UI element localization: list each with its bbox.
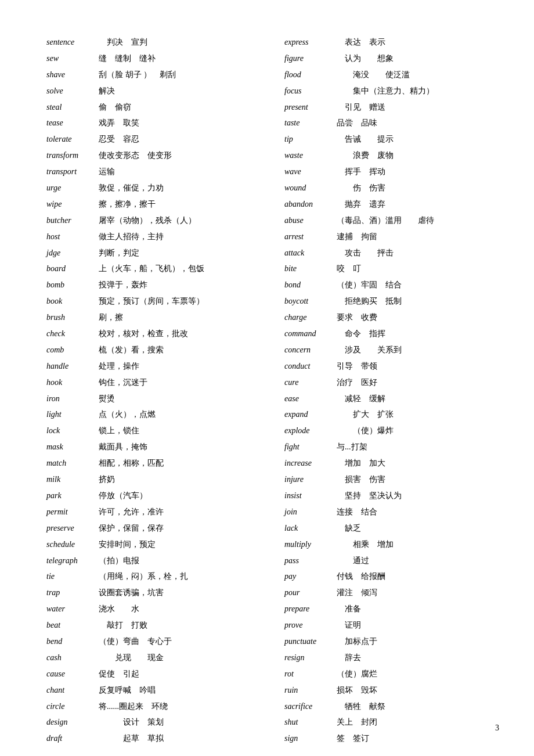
meaning: 通过 bbox=[337, 553, 499, 568]
list-item: command 命令 指挥 bbox=[284, 326, 499, 341]
word: abuse bbox=[284, 213, 337, 228]
list-item: hook钩住，沉迷于 bbox=[46, 375, 261, 390]
word: ease bbox=[284, 391, 337, 406]
list-item: sacrifice 牺牲 献祭 bbox=[284, 699, 499, 714]
word: steal bbox=[46, 100, 99, 115]
list-item: increase 增加 加大 bbox=[284, 456, 499, 471]
list-item: wipe擦，擦净，擦干 bbox=[46, 197, 261, 212]
list-item: ease 减轻 缓解 bbox=[284, 391, 499, 406]
meaning: 品尝 品味 bbox=[337, 116, 499, 131]
word: flood bbox=[284, 67, 337, 82]
word: wipe bbox=[46, 197, 99, 212]
list-item: match相配，相称，匹配 bbox=[46, 456, 261, 471]
list-item: bite咬 叮 bbox=[284, 261, 499, 276]
word: shut bbox=[284, 715, 337, 730]
list-item: trap设圈套诱骗，坑害 bbox=[46, 585, 261, 600]
meaning: 处理，操作 bbox=[99, 359, 261, 374]
meaning: 浪费 废物 bbox=[337, 148, 499, 163]
meaning: 付钱 给报酬 bbox=[337, 569, 499, 584]
word: focus bbox=[284, 84, 337, 99]
meaning: 缺乏 bbox=[337, 521, 499, 536]
list-item: brush刷，擦 bbox=[46, 310, 261, 325]
word: sew bbox=[46, 51, 99, 66]
word: tie bbox=[46, 569, 99, 584]
word: wave bbox=[284, 164, 337, 179]
meaning: 准备 bbox=[337, 602, 499, 617]
list-item: shave刮（脸 胡子 ） 剃刮 bbox=[46, 67, 261, 82]
meaning: 浇水 水 bbox=[99, 602, 261, 617]
list-item: pay付钱 给报酬 bbox=[284, 569, 499, 584]
word: butcher bbox=[46, 213, 99, 228]
meaning: 上（火车，船，飞机），包饭 bbox=[99, 261, 261, 276]
meaning: （使）爆炸 bbox=[337, 423, 499, 438]
meaning: （用绳，闷）系，栓，扎 bbox=[99, 569, 261, 584]
list-item: chant反复呼喊 吟唱 bbox=[46, 683, 261, 698]
list-item: punctuate 加标点于 bbox=[284, 634, 499, 649]
list-item: mask戴面具，掩饰 bbox=[46, 440, 261, 455]
word: arrest bbox=[284, 229, 337, 244]
meaning: 戴面具，掩饰 bbox=[99, 440, 261, 455]
word: check bbox=[46, 326, 99, 341]
list-item: iron熨烫 bbox=[46, 391, 261, 406]
list-item: figure 认为 想象 bbox=[284, 51, 499, 66]
meaning: 命令 指挥 bbox=[337, 326, 499, 341]
word: iron bbox=[46, 391, 99, 406]
meaning: 做主人招待，主持 bbox=[99, 229, 261, 244]
word: design bbox=[46, 715, 99, 730]
word: command bbox=[284, 326, 337, 341]
list-item: transform使改变形态 使变形 bbox=[46, 148, 261, 163]
list-item: check校对，核对，检查，批改 bbox=[46, 326, 261, 341]
list-item: draft 起草 草拟 bbox=[46, 731, 261, 746]
word: resign bbox=[284, 650, 337, 665]
meaning: 集中（注意力、精力） bbox=[337, 84, 499, 99]
meaning: 兑现 现金 bbox=[99, 650, 261, 665]
meaning: 灌注 倾泻 bbox=[337, 585, 499, 600]
word: bite bbox=[284, 261, 337, 276]
list-item: taste品尝 品味 bbox=[284, 116, 499, 131]
word: pay bbox=[284, 569, 337, 584]
list-item: explode （使）爆炸 bbox=[284, 423, 499, 438]
meaning: （使）牢固 结合 bbox=[337, 278, 499, 293]
list-item: abuse（毒品、酒）滥用 虐待 bbox=[284, 213, 499, 228]
meaning: 起草 草拟 bbox=[99, 731, 261, 746]
list-item: steal偷 偷窃 bbox=[46, 100, 261, 115]
list-item: urge敦促，催促，力劝 bbox=[46, 181, 261, 196]
word: expand bbox=[284, 407, 337, 422]
list-item: wound 伤 伤害 bbox=[284, 181, 499, 196]
list-item: butcher屠宰（动物），残杀（人） bbox=[46, 213, 261, 228]
word: cause bbox=[46, 667, 99, 682]
word: board bbox=[46, 261, 99, 276]
right-column: express 表达 表示figure 认为 想象flood 淹没 使泛滥foc… bbox=[273, 35, 499, 746]
meaning: 敲打 打败 bbox=[99, 618, 261, 633]
list-item: join连接 结合 bbox=[284, 505, 499, 520]
word: figure bbox=[284, 51, 337, 66]
list-item: tip 告诫 提示 bbox=[284, 132, 499, 147]
list-item: conduct引导 带领 bbox=[284, 359, 499, 374]
meaning: 钩住，沉迷于 bbox=[99, 375, 261, 390]
word: milk bbox=[46, 472, 99, 487]
meaning: 减轻 缓解 bbox=[337, 391, 499, 406]
word: circle bbox=[46, 699, 99, 714]
list-item: ruin损坏 毁坏 bbox=[284, 683, 499, 698]
list-item: book预定，预订（房间，车票等） bbox=[46, 294, 261, 309]
word: hook bbox=[46, 375, 99, 390]
word: bond bbox=[284, 278, 337, 293]
meaning: 引导 带领 bbox=[337, 359, 499, 374]
meaning: 预定，预订（房间，车票等） bbox=[99, 294, 261, 309]
word: schedule bbox=[46, 537, 99, 552]
meaning: 刮（脸 胡子 ） 剃刮 bbox=[99, 67, 261, 82]
meaning: 停放（汽车） bbox=[99, 488, 261, 503]
meaning: 伤 伤害 bbox=[337, 181, 499, 196]
list-item: pour灌注 倾泻 bbox=[284, 585, 499, 600]
list-item: pass 通过 bbox=[284, 553, 499, 568]
meaning: 损坏 毁坏 bbox=[337, 683, 499, 698]
meaning: 挥手 挥动 bbox=[337, 164, 499, 179]
list-item: abandon 抛弃 遗弃 bbox=[284, 197, 499, 212]
meaning: 损害 伤害 bbox=[337, 472, 499, 487]
page-number: 3 bbox=[495, 723, 499, 733]
word: telegraph bbox=[46, 553, 99, 568]
list-item: telegraph（拍）电报 bbox=[46, 553, 261, 568]
list-item: cause促使 引起 bbox=[46, 667, 261, 682]
meaning: 忍受 容忍 bbox=[99, 132, 261, 147]
meaning: 锁上，锁住 bbox=[99, 423, 261, 438]
